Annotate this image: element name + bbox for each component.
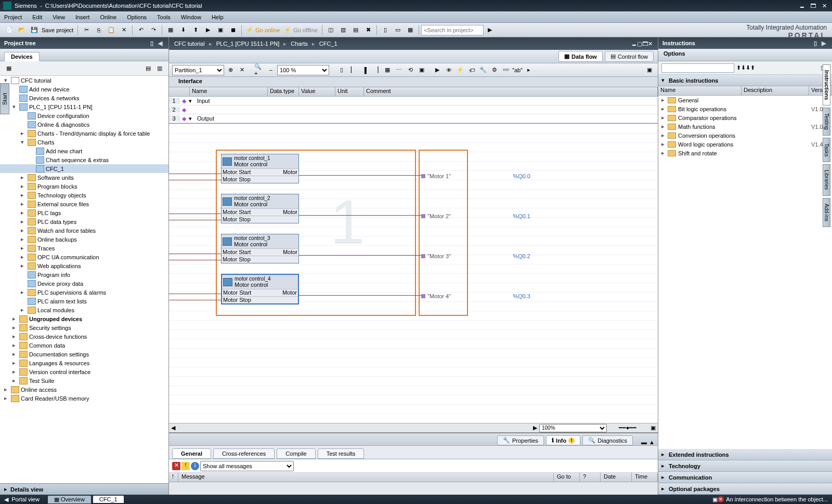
link-icon[interactable]: ⟲ bbox=[405, 65, 415, 75]
info-tab[interactable]: ℹInfo ! bbox=[546, 435, 580, 445]
inspector-max-icon[interactable]: ▲ bbox=[649, 439, 655, 445]
panel-collapse-icon[interactable]: ◀ bbox=[156, 40, 164, 47]
sort-asc-icon[interactable]: ⬆⬇ bbox=[736, 64, 746, 71]
align-left-icon[interactable]: ▏ bbox=[348, 65, 358, 75]
page-icon[interactable]: ▯ bbox=[336, 65, 347, 75]
vert-tab-instructions[interactable]: Instructions bbox=[823, 64, 830, 105]
tree-item[interactable]: ▸PLC data types bbox=[0, 217, 168, 226]
zoom-in-icon[interactable]: 🔍+ bbox=[254, 65, 265, 75]
tree-item[interactable]: PLC alarm text lists bbox=[0, 297, 168, 306]
output-tag[interactable]: "Motor 3"%Q0.2 bbox=[421, 252, 530, 260]
breadcrumb-item[interactable]: CFC_1 bbox=[319, 41, 337, 47]
editor-float-icon[interactable]: ▢ bbox=[637, 41, 642, 47]
overview-tab[interactable]: ▦ Overview bbox=[48, 496, 91, 503]
diagnostics-tab[interactable]: 🔍Diagnostics bbox=[582, 435, 633, 445]
device-icon[interactable]: ▥ bbox=[337, 24, 349, 36]
monitor-icon[interactable]: 👁 bbox=[444, 65, 454, 75]
tree-item[interactable]: ▸Online backups bbox=[0, 235, 168, 244]
start-vert-tab[interactable]: Start bbox=[0, 83, 9, 114]
editor-close-icon[interactable]: ✕ bbox=[648, 41, 653, 47]
status-error[interactable]: ✕ An interconnection between the object.… bbox=[718, 496, 828, 502]
force-icon[interactable]: ⚡ bbox=[455, 65, 465, 75]
add-icon[interactable]: ⊕ bbox=[225, 65, 236, 75]
interface-rows[interactable]: 1◆▾Input2◆3◆▾Output bbox=[169, 97, 658, 124]
instruction-item[interactable]: ▸Comparator operations bbox=[658, 113, 832, 122]
upload-button[interactable]: ⬆ bbox=[190, 24, 201, 36]
portal-view-link[interactable]: ◀ Portal view bbox=[4, 496, 40, 503]
menu-insert[interactable]: Insert bbox=[75, 14, 90, 20]
info-subtab[interactable]: Cross-references bbox=[213, 448, 275, 459]
split-h-icon[interactable]: ▯ bbox=[380, 24, 391, 36]
tree-item[interactable]: ▸Traces bbox=[0, 244, 168, 253]
tree-item[interactable]: ▾Charts bbox=[0, 138, 168, 147]
tree-item[interactable]: ▸PLC supervisions & alarms bbox=[0, 288, 168, 297]
breadcrumb-item[interactable]: Charts bbox=[291, 41, 307, 47]
glasses-icon[interactable]: 👓 bbox=[501, 65, 511, 75]
instruction-item[interactable]: ▸General bbox=[658, 96, 832, 104]
optional-packages-header[interactable]: ▸Optional packages bbox=[658, 483, 832, 495]
remove-icon[interactable]: ✕ bbox=[237, 65, 247, 75]
tree-view-icon[interactable]: ▦ bbox=[4, 63, 14, 74]
more-icon[interactable]: ▸ bbox=[524, 65, 534, 75]
menu-help[interactable]: Help bbox=[212, 14, 224, 20]
zoom-select[interactable]: 100 % bbox=[277, 65, 329, 75]
cfc-canvas[interactable]: 1 motor control_1Motor controlMotor Star… bbox=[169, 124, 658, 423]
right-split-icon[interactable]: ▯ bbox=[811, 40, 820, 47]
download-button[interactable]: ⬇ bbox=[177, 24, 189, 36]
output-tag[interactable]: "Motor 2"%Q0.1 bbox=[421, 212, 530, 220]
save-project-button[interactable]: 💾 bbox=[29, 24, 40, 36]
instruction-item[interactable]: ▸Math functionsV1.0 bbox=[658, 122, 832, 131]
tree-item[interactable]: Add new device bbox=[0, 85, 168, 94]
tree-item[interactable]: ▸Ungrouped devices bbox=[0, 314, 168, 323]
stop-button[interactable]: ◼ bbox=[227, 24, 239, 36]
maximize-button[interactable]: 🗖 bbox=[809, 3, 818, 9]
reference-icon[interactable]: "ab" bbox=[512, 65, 523, 75]
minimize-button[interactable]: 🗕 bbox=[798, 3, 807, 9]
go-online-button[interactable]: ⚡Go online bbox=[244, 26, 282, 33]
zoom-out-icon[interactable]: − bbox=[266, 65, 276, 75]
page-zoom-select[interactable]: 100% bbox=[539, 424, 607, 432]
menu-project[interactable]: Project bbox=[4, 14, 22, 20]
sort-desc-icon[interactable]: ⬇⬆ bbox=[746, 64, 755, 71]
vert-tab-add-ins[interactable]: Add-ins bbox=[823, 198, 830, 227]
open-project-button[interactable]: 📂 bbox=[16, 24, 28, 36]
error-filter-icon[interactable]: ✕ bbox=[172, 462, 180, 470]
grid-icon[interactable]: ▦ bbox=[382, 65, 393, 75]
output-tag[interactable]: "Motor 4"%Q0.3 bbox=[421, 292, 530, 300]
tree-item[interactable]: ▸External source files bbox=[0, 200, 168, 208]
panel-layout-icon[interactable]: ▣ bbox=[644, 65, 655, 75]
tree-item[interactable]: ▸Test Suite bbox=[0, 376, 168, 385]
close-x-button[interactable]: ✖ bbox=[362, 24, 374, 36]
copy-button[interactable]: ⎘ bbox=[93, 24, 105, 36]
tree-item[interactable]: ▸Program blocks bbox=[0, 182, 168, 191]
tree-item[interactable]: ▸Watch and force tables bbox=[0, 226, 168, 235]
test-icon[interactable]: ▶ bbox=[432, 65, 443, 75]
basic-instructions-header[interactable]: ▾ Basic instructions bbox=[658, 75, 832, 86]
tree-list-icon[interactable]: ▥ bbox=[154, 63, 165, 74]
vert-tab-libraries[interactable]: Libraries bbox=[823, 164, 830, 195]
hscroll-left-icon[interactable]: ◀ bbox=[169, 425, 177, 431]
control-flow-tab[interactable]: ▤Control flow bbox=[605, 51, 654, 62]
project-tree[interactable]: ▾CFC tutorialAdd new deviceDevices & net… bbox=[0, 76, 168, 483]
menu-edit[interactable]: Edit bbox=[32, 14, 42, 20]
tree-item[interactable]: Devices & networks bbox=[0, 94, 168, 102]
info-subtab[interactable]: Test results bbox=[318, 448, 365, 459]
interface-row[interactable]: 1◆▾Input bbox=[169, 97, 658, 105]
undo-button[interactable]: ↶ bbox=[135, 24, 147, 36]
delete-button[interactable]: ✕ bbox=[118, 24, 129, 36]
inspector-min-icon[interactable]: ▬ bbox=[641, 439, 647, 445]
breadcrumb-item[interactable]: PLC_1 [CPU 1511-1 PN] bbox=[216, 41, 280, 47]
info-filter-icon[interactable]: i bbox=[191, 462, 199, 470]
panel-split-icon[interactable]: ▯ bbox=[148, 40, 156, 47]
tree-item[interactable]: ▸Documentation settings bbox=[0, 350, 168, 359]
menu-tools[interactable]: Tools bbox=[157, 14, 171, 20]
vert-tab-testing[interactable]: Testing bbox=[823, 108, 830, 136]
go-offline-button[interactable]: ⚡Go offline bbox=[282, 26, 320, 33]
technology-header[interactable]: ▸Technology bbox=[658, 460, 832, 472]
cfc-tab[interactable]: CFC_1 bbox=[93, 496, 124, 503]
tree-item[interactable]: ▸Version control interface bbox=[0, 367, 168, 376]
instruction-item[interactable]: ▸Shift and rotate bbox=[658, 149, 832, 157]
fit-icon[interactable]: ▣ bbox=[648, 425, 658, 431]
hmi-icon[interactable]: ◫ bbox=[325, 24, 336, 36]
editor-min-icon[interactable]: 🗕 bbox=[631, 41, 637, 47]
